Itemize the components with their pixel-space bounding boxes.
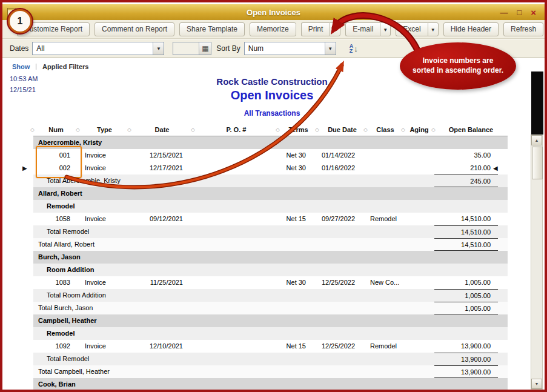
applied-filters-link[interactable]: Applied Filters [42, 63, 88, 70]
cell-cls[interactable] [366, 162, 404, 174]
cell-balance[interactable]: 14,510.00 [434, 213, 508, 225]
cell-po[interactable] [194, 162, 279, 174]
cell-cls[interactable]: Remodel [366, 340, 404, 353]
excel-button[interactable]: Excel [396, 22, 427, 36]
cell-date[interactable]: 09/12/2021 [130, 213, 194, 225]
vertical-scrollbar[interactable]: ▲ ▼ [531, 135, 543, 390]
invoice-row[interactable]: 1083Invoice11/25/2021Net 3012/25/2022New… [33, 276, 508, 289]
date-input[interactable]: ▦ [173, 42, 211, 55]
cell-aging[interactable] [404, 276, 434, 289]
cell-date[interactable]: 11/25/2021 [130, 276, 194, 289]
total-row: Total Room Addition1,005.00 [33, 289, 508, 302]
cell-cls[interactable]: New Co... [366, 276, 404, 289]
group-label: Remodel [33, 327, 508, 340]
cell-terms[interactable]: Net 30 [279, 276, 318, 289]
cell-terms[interactable]: Net 30 [279, 149, 318, 162]
group-label: Remodel [33, 200, 508, 213]
dropdown-arrow-button[interactable]: ▼ [325, 42, 336, 55]
print-button[interactable]: Print [301, 22, 330, 36]
calendar-icon[interactable]: ▦ [199, 42, 211, 55]
job-group-row: Remodel [33, 200, 508, 213]
column-header-label: Date [155, 126, 170, 133]
cell-balance[interactable]: 1,005.00 [434, 276, 508, 289]
comment-on-report-button[interactable]: Comment on Report [94, 22, 174, 36]
invoice-row[interactable]: 1058Invoice09/12/2021Net 1509/27/2022Rem… [33, 213, 508, 225]
scrollbar-thumb[interactable] [532, 147, 543, 179]
cell-aging[interactable] [404, 213, 434, 225]
cell-po[interactable] [194, 276, 279, 289]
show-filters-link[interactable]: Show [12, 63, 30, 70]
cell-due[interactable]: 09/27/2022 [318, 213, 366, 225]
column-resize-diamond-icon[interactable]: ◇ [315, 125, 319, 134]
email-button[interactable]: E-mail [345, 22, 380, 36]
cell-aging[interactable] [404, 162, 434, 174]
cell-type[interactable]: Invoice [79, 213, 130, 225]
invoice-row[interactable]: 1092Invoice12/10/2021Net 1512/25/2022Rem… [33, 340, 508, 353]
sort-direction-arrow-icon: ↓ [354, 44, 358, 53]
dropdown-arrow-button[interactable]: ▼ [153, 42, 164, 55]
cell-date[interactable]: 12/15/2021 [130, 149, 194, 162]
cell-type[interactable]: Invoice [79, 162, 130, 174]
cell-num[interactable]: 1092 [33, 340, 79, 353]
cell-num[interactable]: 1058 [33, 213, 79, 225]
excel-dropdown-button[interactable]: ▼ [428, 22, 439, 36]
column-resize-diamond-icon[interactable]: ◇ [276, 125, 280, 134]
cell-due[interactable]: 01/14/2022 [318, 149, 366, 162]
total-balance: 13,900.00 [434, 353, 498, 365]
column-resize-diamond-icon[interactable]: ◇ [76, 125, 80, 134]
group-label: Total Abercrombie, Kristy [33, 174, 434, 187]
maximize-button[interactable]: □ [517, 8, 522, 16]
cell-type[interactable]: Invoice [79, 149, 130, 162]
cell-po[interactable] [194, 213, 279, 225]
share-template-button[interactable]: Share Template [179, 22, 245, 36]
invoice-numbers-highlight-box [36, 146, 82, 178]
dates-dropdown[interactable]: All ▼ [32, 42, 164, 55]
cell-due[interactable]: 01/16/2022 [318, 162, 366, 174]
cell-cls[interactable] [366, 149, 404, 162]
column-resize-diamond-icon[interactable]: ◇ [30, 125, 35, 134]
cell-aging[interactable] [404, 340, 434, 353]
column-resize-diamond-icon[interactable]: ◇ [401, 125, 405, 134]
sort-ascending-button[interactable]: AZ ↓ [347, 42, 360, 55]
cell-type[interactable]: Invoice [79, 340, 130, 353]
cell-num[interactable]: 1083 [33, 276, 79, 289]
column-resize-diamond-icon[interactable]: ◇ [191, 125, 195, 134]
print-dropdown-button[interactable]: ▼ [330, 22, 340, 36]
cell-terms[interactable]: Net 15 [279, 340, 318, 353]
memorize-button[interactable]: Memorize [250, 22, 296, 36]
date-input-value [173, 42, 199, 55]
column-resize-diamond-icon[interactable]: ◇ [431, 125, 436, 134]
cell-type[interactable]: Invoice [79, 276, 130, 289]
group-label: Total Campbell, Heather [33, 365, 434, 378]
cell-balance[interactable]: 13,900.00 [434, 340, 508, 353]
email-button-group: E-mail ▼ [345, 22, 391, 36]
scroll-up-button[interactable]: ▲ [531, 135, 542, 145]
column-resize-diamond-icon[interactable]: ◇ [363, 125, 368, 134]
email-dropdown-button[interactable]: ▼ [380, 22, 391, 36]
hide-header-button[interactable]: Hide Header [443, 22, 499, 36]
cell-po[interactable] [194, 149, 279, 162]
scroll-down-button[interactable]: ▼ [531, 379, 542, 389]
sortby-dropdown[interactable]: Num ▼ [244, 42, 336, 55]
refresh-button[interactable]: Refresh [503, 22, 543, 36]
cell-balance[interactable]: 35.00 [434, 149, 508, 162]
invoice-row[interactable]: 001Invoice12/15/2021Net 3001/14/202235.0… [33, 149, 508, 162]
cell-date[interactable]: 12/10/2021 [130, 340, 194, 353]
cell-due[interactable]: 12/25/2022 [318, 276, 366, 289]
cell-terms[interactable]: Net 30 [279, 162, 318, 174]
step-1-badge: 1 [8, 9, 32, 33]
cell-po[interactable] [194, 340, 279, 353]
cell-cls[interactable]: Remodel [366, 213, 404, 225]
cell-date[interactable]: 12/17/2021 [130, 162, 194, 174]
cell-terms[interactable]: Net 15 [279, 213, 318, 225]
total-row: Total Remodel14,510.00 [33, 225, 508, 238]
sort-az-icon: AZ [350, 44, 354, 53]
close-button[interactable]: × [531, 8, 536, 16]
invoice-row[interactable]: 002Invoice12/17/2021Net 3001/16/2022210.… [33, 162, 508, 174]
tutorial-frame: Open Invoices — □ × Customize Report Com… [0, 0, 547, 392]
column-resize-diamond-icon[interactable]: ◇ [127, 125, 131, 134]
cell-due[interactable]: 12/25/2022 [318, 340, 366, 353]
excel-button-group: Excel ▼ [396, 22, 438, 36]
minimize-button[interactable]: — [500, 8, 508, 16]
cell-aging[interactable] [404, 149, 434, 162]
